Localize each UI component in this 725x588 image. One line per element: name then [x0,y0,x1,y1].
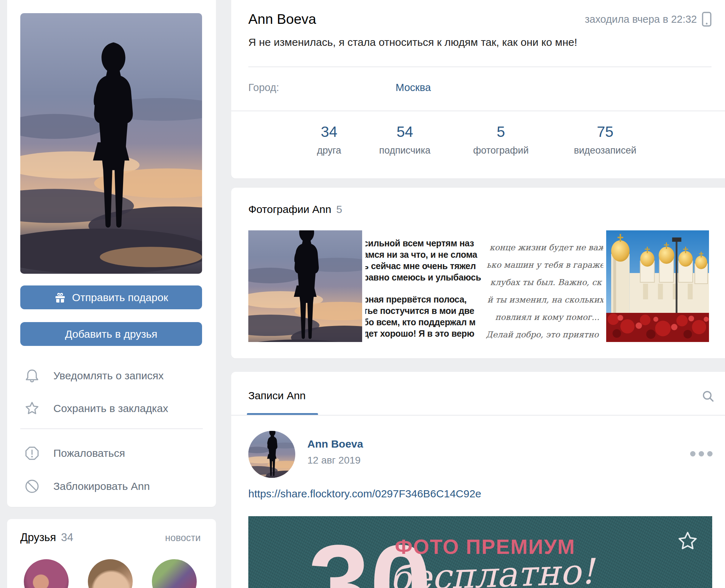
photo-thumbnail-silhouette[interactable] [248,230,362,342]
photos-title: Фотографии Ann [248,203,331,215]
counter-followers[interactable]: 54 подписчика [351,124,458,156]
silhouette-photo [248,230,362,342]
divider [231,111,725,111]
friends-count: 34 [61,531,73,544]
quote-line: Делай добро, это приятно [486,326,603,342]
block-user-item[interactable]: Заблокировать Ann [7,477,216,496]
post-actions-menu[interactable] [690,447,715,461]
page-title: Ann Boeva [248,11,316,27]
dot-icon [699,451,704,456]
last-seen: заходила вчера в 22:32 [585,12,711,27]
post-date[interactable]: 12 авг 2019 [307,455,361,466]
photos-card: Фотографии Ann 5 сильной всем чертям наз… [231,188,725,358]
name-row: Ann Boeva заходила вчера в 22:32 [248,11,711,27]
friend-avatar[interactable] [152,559,197,588]
counter-label: подписчика [351,145,458,156]
church-photo [606,230,709,342]
dot-icon [690,451,695,456]
report-item[interactable]: Пожаловаться [7,444,216,463]
counter-label: фотографий [448,145,554,156]
counter-videos[interactable]: 75 видеозаписей [552,124,658,156]
quote-line: амся ни за что, и не слома [365,249,483,260]
quote-line: дет хорошо! Я в это верю [365,328,483,339]
favorite-star-icon[interactable] [676,530,699,553]
send-gift-label: Отправить подарок [72,292,168,304]
quote-line: клубах ты был. Важно, ск [486,274,603,291]
divider [231,415,725,416]
silhouette-photo [248,431,295,478]
quote-line: й ты изменил, на скольких [486,291,603,309]
photos-header[interactable]: Фотографии Ann 5 [248,203,342,215]
photo-thumbnail-quote-handwritten[interactable]: конце жизни будет не важ ько машин у теб… [486,230,603,342]
post-author-name[interactable]: Ann Boeva [307,438,363,450]
quote-line: равно смеюсь и улыбаюсь [365,272,483,283]
block-user-label: Заблокировать Ann [53,480,150,492]
quote-line: тье постучится в мои две [365,305,483,316]
notify-posts-item[interactable]: Уведомлять о записях [7,367,216,385]
send-gift-button[interactable]: Отправить подарок [20,285,202,309]
counter-value: 75 [552,124,658,140]
city-label: Город: [248,82,279,93]
gift-icon [54,292,66,304]
add-friend-label: Добавить в друзья [65,328,158,340]
post-link[interactable]: https://share.flocktory.com/0297F346B6C1… [248,488,481,500]
friend-avatar[interactable] [24,559,69,588]
add-friend-button[interactable]: Добавить в друзья [20,322,202,346]
counter-label: видеозаписей [552,145,658,156]
status-text[interactable]: Я не изменилась, я стала относиться к лю… [248,36,577,48]
friends-header: Друзья 34 новости [20,531,201,544]
post-promo-image[interactable]: 30 ФОТО ПРЕМИУМ бесплатно! [248,516,712,588]
city-link[interactable]: Москва [396,82,431,93]
sidebar-divider [20,428,203,429]
report-icon [24,445,40,461]
friends-news-link[interactable]: новости [165,533,201,544]
friends-title[interactable]: Друзья [20,531,56,544]
counter-value: 54 [351,124,458,140]
save-bookmarks-item[interactable]: Сохранить в закладках [7,399,216,418]
friend-avatar[interactable] [88,559,133,588]
quote-line: повлиял и кому помог... [486,309,603,326]
posts-card: Записи Ann Ann Boeva 12 авг 2019 https:/… [231,372,725,588]
post-author-avatar[interactable] [248,431,295,478]
dot-icon [707,451,713,456]
photos-count: 5 [336,203,342,215]
counter-value: 5 [448,124,554,140]
quote-line: ь сейчас мне очень тяжел [365,260,483,272]
quote-line: рная прервётся полоса, [365,294,483,305]
photo-thumbnail-quote-printed[interactable]: сильной всем чертям наз амся ни за что, … [365,230,483,342]
photo-thumbnail-church[interactable] [606,230,709,342]
block-icon [24,478,40,495]
star-icon [24,400,40,417]
quote-line: бо всем, кто поддержал м [365,316,483,328]
quote-line: конце жизни будет не важ [486,239,603,256]
silhouette-photo [20,13,202,274]
save-bookmarks-label: Сохранить в закладках [53,402,168,415]
profile-sidebar-card: Отправить подарок Добавить в друзья Увед… [7,0,216,507]
friends-card: Друзья 34 новости [7,519,216,588]
quote-line: сильной всем чертям наз [365,237,483,249]
profile-header-card: Ann Boeva заходила вчера в 22:32 Я не из… [231,0,725,178]
counter-photos[interactable]: 5 фотографий [448,124,554,156]
last-seen-text: заходила вчера в 22:32 [585,14,697,25]
profile-photo[interactable] [20,13,202,274]
quote-line: ько машин у тебя в гараже [486,256,603,274]
report-label: Пожаловаться [53,447,125,459]
mobile-icon [702,12,711,27]
divider [248,66,711,67]
search-icon[interactable] [702,390,715,403]
bell-icon [24,368,40,384]
notify-posts-label: Уведомлять о записях [53,370,164,382]
tab-posts[interactable]: Записи Ann [248,390,306,402]
